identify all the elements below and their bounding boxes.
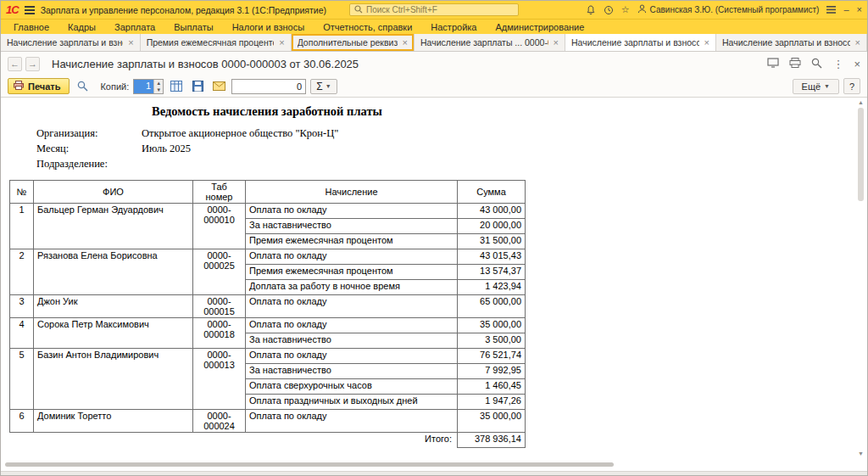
- cell-fio[interactable]: Базин Антон Владимирович: [34, 349, 193, 410]
- scroll-up-icon[interactable]: ▲: [858, 99, 864, 105]
- tab[interactable]: Начисление зарплаты и взносов 0...×: [716, 34, 867, 51]
- cell-num[interactable]: 5: [10, 349, 34, 410]
- send-email-icon[interactable]: [210, 78, 227, 95]
- help-button[interactable]: ?: [843, 78, 860, 94]
- menu-item[interactable]: Отчетность, справки: [314, 20, 421, 34]
- cell-accrual[interactable]: Оплата по окладу: [246, 295, 458, 318]
- service-menu-icon[interactable]: [826, 6, 836, 14]
- minimize-icon[interactable]: –: [843, 5, 849, 14]
- cell-sum[interactable]: 31 500,00: [458, 234, 526, 249]
- cell-accrual[interactable]: Оплата сверхурочных часов: [246, 379, 458, 395]
- save-icon[interactable]: [189, 78, 206, 95]
- close-window-icon[interactable]: ×: [857, 5, 862, 14]
- close-tab-icon[interactable]: ×: [855, 37, 860, 48]
- cell-sum[interactable]: 1 947,26: [458, 395, 526, 410]
- close-tab-icon[interactable]: ×: [704, 37, 709, 48]
- cell-tab-number[interactable]: 0000-000010: [193, 204, 246, 249]
- cell-accrual[interactable]: Оплата по окладу: [246, 249, 458, 265]
- cell-num[interactable]: 1: [10, 204, 34, 249]
- cell-num[interactable]: 4: [10, 318, 34, 349]
- cells-sum-field[interactable]: 0: [231, 79, 306, 94]
- tab[interactable]: Начисление зарплаты ... 0000-000003×: [415, 34, 565, 51]
- back-button[interactable]: ←: [8, 57, 22, 71]
- cell-sum[interactable]: 35 000,00: [458, 318, 526, 333]
- cell-sum[interactable]: 1 460,45: [458, 379, 526, 395]
- cell-accrual[interactable]: Премия ежемесячная процентом: [246, 234, 458, 249]
- forward-button[interactable]: →: [25, 57, 40, 71]
- cell-accrual[interactable]: Премия ежемесячная процентом: [246, 265, 458, 280]
- copies-spin-buttons[interactable]: ▲▼: [153, 80, 163, 93]
- zoom-icon[interactable]: [74, 78, 91, 95]
- close-tab-icon[interactable]: ×: [554, 37, 559, 48]
- cell-accrual[interactable]: Оплата по окладу: [246, 410, 458, 433]
- tab[interactable]: Дополнительные реквизиты×: [292, 34, 415, 51]
- cell-fio[interactable]: Джон Уик: [34, 295, 193, 318]
- cell-accrual[interactable]: За наставничество: [246, 219, 458, 234]
- history-icon[interactable]: [604, 5, 614, 15]
- monitor-icon[interactable]: [767, 58, 779, 70]
- scroll-down-icon[interactable]: ▼: [858, 451, 864, 456]
- cell-num[interactable]: 3: [10, 295, 34, 318]
- close-tab-icon[interactable]: ×: [128, 37, 133, 48]
- cell-tab-number[interactable]: 0000-000013: [193, 349, 246, 410]
- cell-accrual[interactable]: За наставничество: [246, 333, 458, 349]
- main-menu-icon[interactable]: [25, 6, 35, 14]
- cell-sum[interactable]: 35 000,00: [458, 410, 526, 433]
- spin-down-icon[interactable]: ▼: [154, 87, 163, 93]
- close-document-icon[interactable]: ×: [854, 59, 860, 70]
- table-row[interactable]: 2Рязанова Елена Борисовна0000-000025Опла…: [10, 249, 526, 265]
- cell-sum[interactable]: 3 500,00: [458, 333, 526, 349]
- sum-button[interactable]: Σ ▼: [310, 79, 337, 94]
- cell-sum[interactable]: 65 000,00: [458, 295, 526, 318]
- table-row[interactable]: 1Бальцер Герман Эдуардович0000-000010Опл…: [10, 204, 526, 219]
- print-preview-icon[interactable]: [789, 58, 801, 70]
- cell-accrual[interactable]: За наставничество: [246, 364, 458, 379]
- menu-item[interactable]: Настройка: [421, 20, 486, 34]
- cell-sum[interactable]: 1 423,94: [458, 280, 526, 295]
- cell-tab-number[interactable]: 0000-000018: [193, 318, 246, 349]
- cell-accrual[interactable]: Оплата праздничных и выходных дней: [246, 395, 458, 410]
- cell-fio[interactable]: Бальцер Герман Эдуардович: [34, 204, 193, 249]
- cell-accrual[interactable]: Оплата по окладу: [246, 318, 458, 333]
- vertical-scroll-thumb[interactable]: [858, 108, 864, 201]
- cell-fio[interactable]: Доминик Торетто: [34, 410, 193, 433]
- cell-tab-number[interactable]: 0000-000024: [193, 410, 246, 433]
- table-row[interactable]: 6Доминик Торетто0000-000024Оплата по окл…: [10, 410, 526, 433]
- table-row[interactable]: 3Джон Уик0000-000015Оплата по окладу65 0…: [10, 295, 526, 318]
- table-row[interactable]: 5Базин Антон Владимирович0000-000013Опла…: [10, 349, 526, 364]
- search-input[interactable]: Поиск Ctrl+Shift+F: [349, 3, 519, 16]
- kebab-menu-icon[interactable]: ⋮: [832, 59, 843, 70]
- cell-accrual[interactable]: Оплата по окладу: [246, 204, 458, 219]
- more-button[interactable]: Ещё ▼: [793, 79, 839, 94]
- cell-fio[interactable]: Рязанова Елена Борисовна: [34, 249, 193, 295]
- cell-accrual[interactable]: Доплата за работу в ночное время: [246, 280, 458, 295]
- tab[interactable]: Премия ежемесячная процентом (...×: [141, 34, 292, 51]
- current-user[interactable]: Савинская З.Ю. (Системный программист): [637, 4, 820, 15]
- tab[interactable]: Начисление зарплаты и взносов 0...×: [565, 34, 716, 51]
- menu-item[interactable]: Налоги и взносы: [223, 20, 314, 34]
- page-settings-icon[interactable]: [168, 78, 185, 95]
- tab[interactable]: Начисление зарплаты и взносов×: [1, 34, 141, 51]
- horizontal-scroll-thumb[interactable]: [5, 462, 614, 467]
- copies-stepper[interactable]: 1 ▲▼: [133, 79, 164, 94]
- menu-item[interactable]: Выплаты: [164, 20, 222, 34]
- cell-num[interactable]: 2: [10, 249, 34, 295]
- zoom-page-icon[interactable]: [811, 58, 822, 70]
- cell-sum[interactable]: 13 574,37: [458, 265, 526, 280]
- print-button[interactable]: Печать: [8, 78, 70, 94]
- table-row[interactable]: 4Сорока Петр Максимович0000-000018Оплата…: [10, 318, 526, 333]
- close-tab-icon[interactable]: ×: [403, 37, 408, 48]
- cell-sum[interactable]: 20 000,00: [458, 219, 526, 234]
- vertical-scrollbar[interactable]: ▲ ▼: [856, 99, 865, 456]
- total-value[interactable]: 378 936,14: [458, 433, 526, 448]
- menu-item[interactable]: Зарплата: [105, 20, 164, 34]
- spin-up-icon[interactable]: ▲: [154, 80, 163, 87]
- cell-sum[interactable]: 76 521,74: [458, 349, 526, 364]
- notifications-bell-icon[interactable]: [586, 5, 596, 15]
- cell-sum[interactable]: 7 992,95: [458, 364, 526, 379]
- cell-accrual[interactable]: Оплата по окладу: [246, 349, 458, 364]
- cell-fio[interactable]: Сорока Петр Максимович: [34, 318, 193, 349]
- cell-num[interactable]: 6: [10, 410, 34, 433]
- cell-sum[interactable]: 43 000,00: [458, 204, 526, 219]
- menu-item[interactable]: Администрирование: [486, 20, 593, 34]
